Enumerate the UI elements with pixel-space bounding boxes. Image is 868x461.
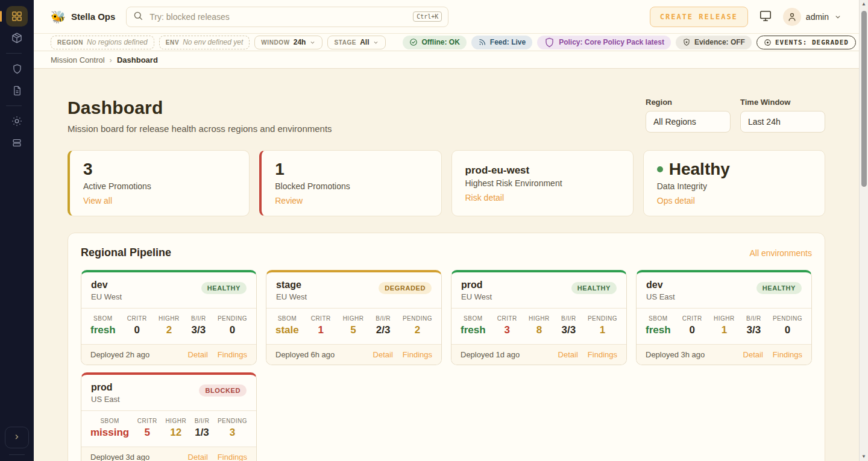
pipeline-stat-label: PENDING [218,418,247,424]
pipeline-stat: B/I/R2/3 [376,315,391,336]
events-status-pill[interactable]: EVENTS: DEGRADED [756,36,856,49]
pipeline-stat-label: B/I/R [376,315,391,322]
environment-name: prod [461,280,492,290]
status-badge: HEALTHY [201,282,247,294]
breadcrumb: Mission Control › Dashboard [34,51,859,69]
all-environments-link[interactable]: All environments [750,248,813,258]
findings-link[interactable]: Findings [218,453,247,461]
search-icon [133,10,143,24]
sidebar-item-gear[interactable] [6,111,28,131]
pipeline-stat-label: HIGHR [159,315,180,322]
pipeline-stat-label: SBOM [275,315,299,322]
detail-link[interactable]: Detail [743,350,763,359]
status-badge-success[interactable]: Offline: OK [403,36,466,49]
sidebar-item-file[interactable] [6,80,28,101]
pipeline-stat-value: 0 [127,324,147,336]
vertical-scrollbar[interactable]: ▲ ▼ [859,0,868,461]
environment-region: EU West [91,292,122,301]
stat-label: Data Integrity [657,181,811,191]
rss-icon [478,38,486,46]
pipeline-stat-label: SBOM [90,418,129,424]
pipeline-stat-label: CRITR [127,315,147,322]
search-input[interactable] [149,12,413,22]
sidebar-item-server[interactable] [6,133,28,153]
pipeline-stat-value: 3 [218,427,247,439]
stat-card-link[interactable]: Risk detail [465,193,505,202]
stat-card-link[interactable]: View all [83,196,112,205]
findings-link[interactable]: Findings [588,350,617,359]
sidebar-divider [6,53,22,54]
sidebar-collapse-button[interactable] [5,427,29,448]
global-search[interactable]: Ctrl+K [126,7,448,27]
pipeline-stat-label: PENDING [773,315,802,322]
pipeline-stat: PENDING2 [403,315,432,336]
findings-link[interactable]: Findings [403,350,432,359]
chip-label: ENV [166,39,179,46]
pipeline-stat-label: PENDING [588,315,617,322]
sidebar-item-grid[interactable] [6,6,28,27]
pipeline-stat: CRITR5 [137,418,157,439]
file-icon [11,85,23,96]
breadcrumb-current: Dashboard [117,55,158,64]
findings-link[interactable]: Findings [218,350,247,359]
pipeline-stat: PENDING0 [218,315,247,336]
create-release-button[interactable]: CREATE RELEASE [650,7,748,27]
pipeline-stat-value: 2 [159,324,180,336]
status-badge-policy[interactable]: Policy: Core Policy Pack latest [537,36,671,49]
gear-icon [11,115,23,127]
user-menu[interactable]: admin [783,8,842,26]
sidebar-divider [6,105,22,106]
check-circle-icon [409,38,418,46]
deployed-timestamp: Deployed 3d ago [90,453,149,461]
stat-value: 1 [275,160,427,179]
stat-label: Active Promotions [83,181,236,191]
region-filter-chip[interactable]: REGIONNo regions defined [51,36,154,49]
pipeline-stat-value: 5 [343,324,364,336]
pipeline-card: prodUS EastBLOCKEDSBOMmissingCRITR5HIGHR… [81,372,257,461]
scrollbar-thumb[interactable] [861,11,867,187]
status-badge-neutral[interactable]: Evidence: OFF [676,36,752,49]
sidebar-item-shield[interactable] [6,58,28,79]
regional-pipeline-section: Regional Pipeline All environments devEU… [68,233,825,461]
chevron-right-icon [11,431,22,444]
pipeline-stat: PENDING1 [588,315,617,336]
stat-value: prod-eu-west [465,160,620,177]
region-select[interactable]: All Regions [646,111,731,133]
display-mode-button[interactable] [759,9,772,24]
pipeline-stat-label: B/I/R [195,418,210,424]
breadcrumb-parent[interactable]: Mission Control [51,55,105,64]
detail-link[interactable]: Detail [188,453,208,461]
scroll-down-arrow-icon[interactable]: ▼ [861,453,866,461]
pipeline-stat-label: HIGHR [714,315,735,322]
pipeline-stat-value: fresh [646,324,671,336]
pipeline-stat-value: 8 [529,324,550,336]
stat-card-link[interactable]: Ops detail [657,196,695,205]
detail-link[interactable]: Detail [188,350,208,359]
sidebar [0,0,34,461]
server-icon [11,137,23,149]
status-badge: BLOCKED [199,384,247,397]
pipeline-title: Regional Pipeline [81,246,171,259]
detail-link[interactable]: Detail [558,350,578,359]
pipeline-stat-value: 0 [773,324,802,336]
env-filter-chip[interactable]: ENVNo env defined yet [159,36,250,49]
findings-link[interactable]: Findings [773,350,802,359]
chip-value: No env defined yet [183,38,243,46]
window-filter-chip[interactable]: WINDOW24h [254,36,322,49]
time-window-filter-label: Time Window [740,98,825,107]
stat-card-link[interactable]: Review [275,196,303,205]
context-toolbar: REGIONNo regions definedENVNo env define… [34,34,859,51]
stat-value: 3 [83,160,236,179]
status-badge-info[interactable]: Feed: Live [471,36,532,49]
time-window-select[interactable]: Last 24h [740,111,825,133]
stat-card: HealthyData IntegrityOps detail [643,150,825,216]
pipeline-stat-value: fresh [461,324,486,336]
detail-link[interactable]: Detail [373,350,393,359]
scroll-up-arrow-icon[interactable]: ▲ [861,0,866,8]
pipeline-stat-label: CRITR [137,418,157,424]
stat-card: 3Active PromotionsView all [68,150,250,216]
stage-filter-chip[interactable]: STAGEAll [327,36,386,49]
sidebar-item-package[interactable] [6,28,28,48]
badge-label: Policy: Core Policy Pack latest [559,38,664,46]
pipeline-stat: SBOMstale [275,315,299,336]
